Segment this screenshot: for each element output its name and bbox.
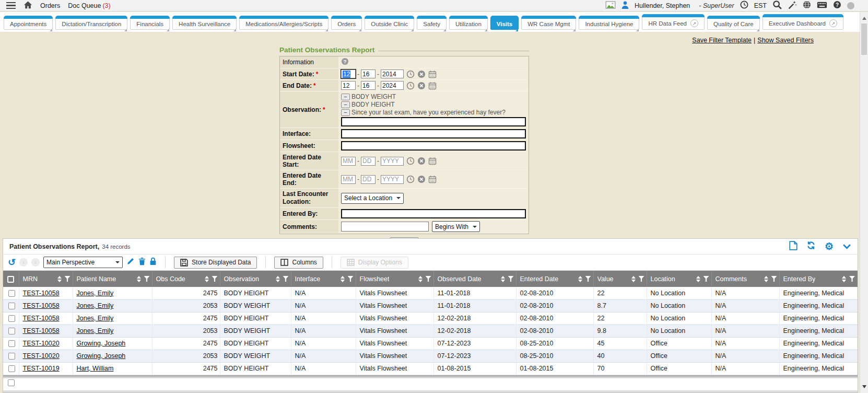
scroll-up-arrow-icon[interactable] bbox=[862, 15, 866, 20]
sort-icon[interactable] bbox=[341, 274, 345, 284]
keyboard-icon[interactable] bbox=[817, 2, 827, 10]
help-icon[interactable]: ? bbox=[833, 1, 841, 10]
row-checkbox[interactable] bbox=[8, 379, 15, 386]
col-header-entered-by[interactable]: Entered By bbox=[779, 271, 858, 287]
filter-icon[interactable] bbox=[348, 276, 354, 282]
row-checkbox[interactable] bbox=[8, 340, 15, 347]
sort-icon[interactable] bbox=[276, 274, 280, 284]
user-icon[interactable] bbox=[621, 1, 629, 10]
mrn-link[interactable]: TEST-10020 bbox=[23, 340, 60, 347]
patient-name-link[interactable]: Jones, Emily bbox=[77, 315, 114, 322]
select-all-checkbox[interactable] bbox=[7, 276, 14, 283]
tab-medications-allergies-scripts[interactable]: Medications/Allergies/Scripts bbox=[239, 16, 329, 30]
edit-perspective-icon[interactable] bbox=[126, 257, 135, 268]
row-checkbox[interactable] bbox=[8, 315, 15, 322]
sort-icon[interactable] bbox=[578, 274, 582, 284]
collapse-chevron-icon[interactable] bbox=[842, 242, 851, 251]
end-date-day-input[interactable]: 16 bbox=[361, 81, 376, 90]
clear-date-icon[interactable] bbox=[417, 70, 426, 78]
comments-input[interactable] bbox=[341, 222, 429, 232]
remove-observation-button[interactable]: − bbox=[341, 109, 350, 116]
show-saved-filters-link[interactable]: Show Saved Filters bbox=[757, 37, 814, 44]
time-icon[interactable] bbox=[406, 157, 415, 165]
external-link-icon[interactable]: ↗ bbox=[829, 19, 837, 27]
row-checkbox[interactable] bbox=[8, 328, 15, 334]
entered-date-start-month-input[interactable]: MM bbox=[341, 157, 356, 166]
start-date-month-input[interactable]: 12 bbox=[341, 70, 356, 78]
tab-appointments[interactable]: Appointments bbox=[4, 16, 53, 30]
flowsheet-input[interactable] bbox=[341, 141, 526, 151]
col-header-entered-date[interactable]: Entered Date bbox=[516, 271, 593, 287]
patient-name-link[interactable]: Jones, Emily bbox=[77, 302, 114, 309]
tab-visits[interactable]: Visits bbox=[490, 16, 519, 30]
filter-icon[interactable] bbox=[849, 276, 855, 282]
home-icon[interactable] bbox=[24, 1, 32, 10]
refresh-icon[interactable] bbox=[806, 241, 816, 252]
filter-icon[interactable] bbox=[585, 276, 591, 282]
tab-financials[interactable]: Financials bbox=[130, 16, 170, 30]
patient-name-link[interactable]: Growing, Joseph bbox=[77, 352, 126, 360]
hamburger-menu-icon[interactable] bbox=[6, 2, 16, 9]
col-header-observed-date[interactable]: Observed Date bbox=[433, 271, 516, 287]
search-icon[interactable] bbox=[772, 0, 782, 11]
save-filter-template-link[interactable]: Save Filter Template bbox=[692, 37, 752, 44]
clear-date-icon[interactable] bbox=[417, 82, 426, 90]
sort-icon[interactable] bbox=[137, 274, 141, 284]
store-displayed-data-button[interactable]: Store Displayed Data bbox=[174, 257, 257, 269]
scroll-down-arrow-icon[interactable] bbox=[862, 385, 866, 390]
time-icon[interactable] bbox=[406, 175, 415, 183]
clear-date-icon[interactable] bbox=[417, 157, 426, 165]
scrollbar-thumb[interactable] bbox=[861, 24, 867, 55]
entered-date-end-month-input[interactable]: MM bbox=[341, 175, 356, 184]
sort-icon[interactable] bbox=[205, 274, 209, 284]
tab-industrial-hygiene[interactable]: Industrial Hygiene bbox=[579, 16, 639, 30]
remove-observation-button[interactable]: − bbox=[341, 94, 350, 100]
entered-by-input[interactable] bbox=[341, 209, 526, 218]
calendar-icon[interactable] bbox=[428, 157, 437, 165]
row-checkbox[interactable] bbox=[8, 303, 15, 309]
tab-health-surveillance[interactable]: Health Surveillance bbox=[172, 16, 237, 30]
sort-icon[interactable] bbox=[418, 274, 423, 284]
delete-perspective-icon[interactable] bbox=[138, 257, 146, 268]
sort-icon[interactable] bbox=[57, 274, 62, 284]
tab-safety[interactable]: Safety bbox=[417, 16, 447, 30]
sort-icon[interactable] bbox=[842, 274, 846, 284]
filter-icon[interactable] bbox=[426, 276, 431, 282]
col-header-location[interactable]: Location bbox=[647, 271, 711, 287]
col-header-comments[interactable]: Comments bbox=[711, 271, 779, 287]
select-all-header[interactable] bbox=[3, 271, 19, 287]
remove-observation-button[interactable]: − bbox=[341, 101, 350, 108]
filter-icon[interactable] bbox=[771, 276, 777, 282]
patient-name-link[interactable]: Jones, Emily bbox=[77, 290, 114, 297]
new-document-icon[interactable] bbox=[789, 241, 797, 252]
tab-orders[interactable]: Orders bbox=[331, 16, 362, 30]
start-date-year-input[interactable]: 2014 bbox=[381, 70, 404, 78]
calendar-icon[interactable] bbox=[428, 82, 437, 90]
mrn-link[interactable]: TEST-10019 bbox=[23, 365, 60, 372]
menu-item-doc-queue[interactable]: Doc Queue(3) bbox=[68, 2, 111, 9]
comments-match-select[interactable]: Begins With bbox=[432, 221, 480, 232]
patient-name-link[interactable]: Jones, Emily bbox=[77, 327, 114, 334]
tab-dictation-transcription[interactable]: Dictation/Transcription bbox=[55, 16, 127, 30]
image-icon[interactable] bbox=[605, 1, 616, 10]
menu-item-orders[interactable]: Orders bbox=[40, 2, 60, 9]
tab-executive-dashboard[interactable]: Executive Dashboard↗ bbox=[763, 14, 843, 30]
globe-icon[interactable] bbox=[803, 1, 811, 10]
tab-outside-clinic[interactable]: Outside Clinic bbox=[365, 16, 414, 30]
entered-date-start-day-input[interactable]: DD bbox=[361, 157, 376, 166]
gear-icon[interactable]: ⚙ bbox=[825, 242, 834, 251]
time-icon[interactable] bbox=[406, 70, 415, 78]
tab-quality-of-care[interactable]: Quality of Care bbox=[707, 16, 760, 30]
interface-input[interactable] bbox=[341, 129, 526, 138]
calendar-icon[interactable] bbox=[428, 175, 437, 183]
horizontal-scrollbar[interactable] bbox=[3, 390, 858, 392]
patient-name-link[interactable]: Growing, Joseph bbox=[77, 340, 126, 347]
row-checkbox[interactable] bbox=[8, 290, 15, 297]
tab-utilization[interactable]: Utilization bbox=[449, 16, 488, 30]
info-help-icon[interactable]: ? bbox=[341, 57, 349, 65]
col-header-observation[interactable]: Observation bbox=[220, 271, 291, 287]
entered-date-start-year-input[interactable]: YYYY bbox=[381, 157, 404, 166]
row-checkbox[interactable] bbox=[8, 353, 15, 360]
col-header-mrn[interactable]: MRN bbox=[19, 271, 73, 287]
patient-name-link[interactable]: Hart, William bbox=[77, 365, 114, 372]
